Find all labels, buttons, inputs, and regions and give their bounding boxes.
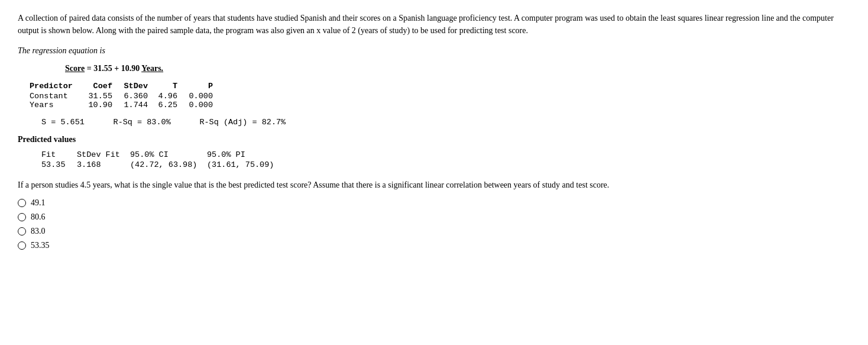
radio-491[interactable] <box>18 199 26 207</box>
predictor-row-constant: Constant 31.55 6.360 4.96 0.000 <box>30 92 850 101</box>
option-label-5335: 53.35 <box>31 241 50 250</box>
col-header-stdev: StDev <box>112 82 148 91</box>
predictor-table-header: Predictor Coef StDev T P <box>30 82 850 91</box>
col-header-t: T <box>148 82 177 91</box>
col-header-predictor: Predictor <box>30 82 77 91</box>
radio-806[interactable] <box>18 213 26 221</box>
option-label-806: 80.6 <box>31 212 46 222</box>
ci-value: (42.72, 63.98) <box>130 160 207 169</box>
option-830[interactable]: 83.0 <box>18 227 850 236</box>
coef-constant: 31.55 <box>77 92 112 101</box>
coef-years: 10.90 <box>77 101 112 109</box>
stdev-years: 1.744 <box>112 101 148 109</box>
intro-paragraph: A collection of paired data consists of … <box>18 12 846 37</box>
option-491[interactable]: 49.1 <box>18 198 850 208</box>
predictor-constant: Constant <box>30 92 77 101</box>
option-5335[interactable]: 53.35 <box>18 241 850 250</box>
intercept-value: 31.55 <box>93 64 112 73</box>
answer-options: 49.1 80.6 83.0 53.35 <box>18 198 850 250</box>
slope-value: 10.90 <box>121 64 140 73</box>
s-value: S = 5.651 <box>41 118 85 127</box>
fit-table: Fit StDev Fit 95.0% CI 95.0% PI 53.35 3.… <box>41 150 850 169</box>
predictor-years: Years <box>30 101 77 109</box>
col-header-coef: Coef <box>77 82 112 91</box>
option-806[interactable]: 80.6 <box>18 212 850 222</box>
question-text: If a person studies 4.5 years, what is t… <box>18 179 846 191</box>
col-header-ci: 95.0% CI <box>130 150 207 159</box>
fit-table-header: Fit StDev Fit 95.0% CI 95.0% PI <box>41 150 850 159</box>
years-underlined: Years. <box>141 64 163 73</box>
plus-sign: + <box>114 64 121 73</box>
score-label: Score <box>65 64 85 73</box>
fit-value: 53.35 <box>41 160 77 169</box>
option-label-830: 83.0 <box>31 227 46 236</box>
rsq-value: R-Sq = 83.0% <box>114 118 171 127</box>
stdev-fit-value: 3.168 <box>77 160 130 169</box>
col-header-p: P <box>177 82 213 91</box>
equals-sign: = <box>87 64 93 73</box>
pi-value: (31.61, 75.09) <box>207 160 284 169</box>
regression-label: The regression equation is <box>18 46 850 56</box>
stdev-constant: 6.360 <box>112 92 148 101</box>
stats-row: S = 5.651 R-Sq = 83.0% R-Sq (Adj) = 82.7… <box>41 118 850 127</box>
col-header-pi: 95.0% PI <box>207 150 284 159</box>
stats-separator-1 <box>89 118 108 127</box>
p-constant: 0.000 <box>177 92 213 101</box>
rsq-adj-value: R-Sq (Adj) = 82.7% <box>199 118 286 127</box>
regression-equation: Score = 31.55 + 10.90 Years. <box>65 64 850 73</box>
stats-separator-2 <box>176 118 195 127</box>
predictor-row-years: Years 10.90 1.744 6.25 0.000 <box>30 101 850 109</box>
radio-830[interactable] <box>18 227 26 236</box>
regression-label-text: The regression equation is <box>18 46 105 55</box>
t-constant: 4.96 <box>148 92 177 101</box>
p-years: 0.000 <box>177 101 213 109</box>
col-header-stdev-fit: StDev Fit <box>77 150 130 159</box>
option-label-491: 49.1 <box>31 198 46 208</box>
col-header-fit: Fit <box>41 150 77 159</box>
predicted-values-label: Predicted values <box>18 135 850 144</box>
radio-5335[interactable] <box>18 241 26 250</box>
t-years: 6.25 <box>148 101 177 109</box>
predictor-table: Predictor Coef StDev T P Constant 31.55 … <box>30 82 850 109</box>
fit-table-row: 53.35 3.168 (42.72, 63.98) (31.61, 75.09… <box>41 160 850 169</box>
